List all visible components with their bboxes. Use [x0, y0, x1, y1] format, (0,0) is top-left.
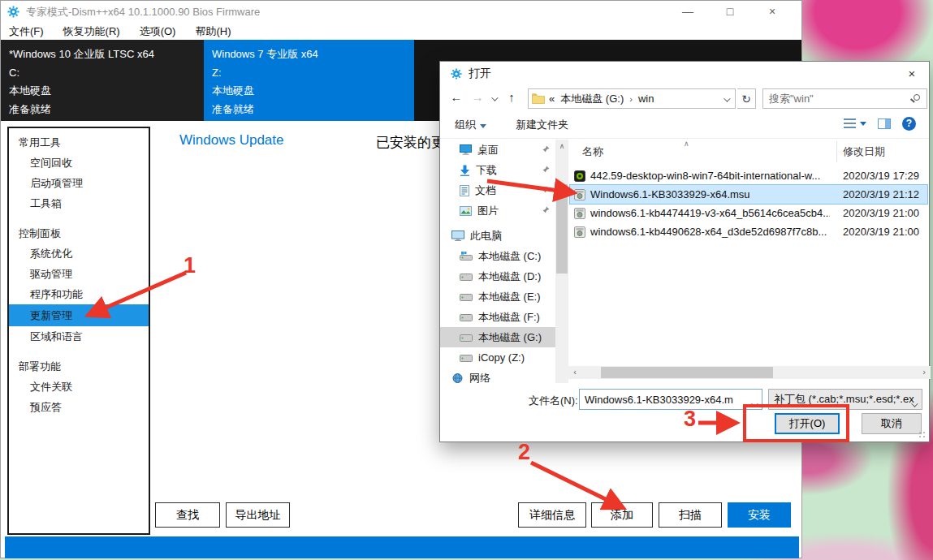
file-row-nvidia-driver[interactable]: 442.59-desktop-win8-win7-64bit-internati… — [570, 166, 927, 185]
sidebar-item-driver-manager[interactable]: 驱动管理 — [9, 264, 149, 284]
tree-item-pictures[interactable]: 图片 — [440, 200, 555, 221]
sidebar-item-space-recovery[interactable]: 空间回收 — [9, 153, 149, 173]
menu-recovery[interactable]: 恢复功能(R) — [63, 24, 120, 39]
document-icon — [460, 185, 469, 196]
tree-item-disk-c[interactable]: 本地磁盘 (C:) — [440, 246, 555, 266]
sidebar-item-region-language[interactable]: 区域和语言 — [9, 326, 149, 347]
tree-item-disk-e[interactable]: 本地磁盘 (E:) — [440, 286, 555, 307]
scroll-up-icon[interactable]: ∧ — [555, 140, 568, 153]
desktop-icon — [460, 144, 472, 155]
tree-item-desktop[interactable]: 桌面 — [440, 140, 555, 160]
folder-icon — [532, 93, 545, 104]
breadcrumb-disk-g[interactable]: 本地磁盘 (G:) — [560, 92, 624, 106]
tree-item-disk-f[interactable]: 本地磁盘 (F:) — [440, 307, 555, 327]
details-button[interactable]: 详细信息 — [518, 502, 586, 528]
file-row-kb3033929-selected[interactable]: Windows6.1-KB3033929-x64.msu 2020/3/19 2… — [570, 185, 927, 204]
sidebar-item-programs-features[interactable]: 程序和功能 — [9, 284, 149, 304]
msu-package-icon — [574, 208, 585, 219]
preview-pane-icon[interactable] — [878, 118, 891, 129]
disk-icon — [460, 252, 473, 261]
dialog-gear-icon — [451, 68, 462, 80]
add-button[interactable]: 添加 — [591, 502, 653, 528]
pin-icon — [542, 186, 551, 194]
file-row-kb4474419[interactable]: windows6.1-kb4474419-v3-x64_b5614c6cea5c… — [570, 204, 927, 222]
sidebar-item-update-manager-selected[interactable]: 更新管理 — [9, 304, 149, 326]
breadcrumb-separator: › — [629, 94, 633, 104]
tree-scrollbar[interactable]: ∧ — [555, 140, 568, 383]
breadcrumb-folder-win[interactable]: win — [638, 93, 654, 105]
scan-button[interactable]: 扫描 — [659, 502, 722, 528]
scrollbar-thumb[interactable] — [601, 367, 773, 378]
tab-windows7-selected[interactable]: Windows 7 专业版 x64 Z: 本地硬盘 准备就绪 — [204, 40, 414, 121]
tree-item-disk-g-selected[interactable]: 本地磁盘 (G:) — [440, 327, 555, 347]
tree-item-icopy-z[interactable]: iCopy (Z:) — [440, 347, 555, 368]
menu-options[interactable]: 选项(O) — [140, 24, 176, 39]
breadcrumb-prefix: « — [549, 93, 555, 105]
sidebar-item-system-optimize[interactable]: 系统优化 — [9, 243, 149, 264]
search-placeholder: 搜索"win" — [769, 92, 814, 106]
view-mode-button[interactable] — [844, 118, 866, 129]
cancel-button[interactable]: 取消 — [862, 413, 922, 434]
menu-help[interactable]: 帮助(H) — [195, 24, 231, 39]
export-address-button[interactable]: 导出地址 — [226, 502, 290, 528]
tree-item-this-pc[interactable]: 此电脑 — [440, 226, 555, 246]
minimize-icon[interactable]: — — [667, 1, 709, 23]
app-gear-icon — [7, 6, 19, 18]
disk-icon — [460, 292, 473, 301]
refresh-icon[interactable]: ↻ — [737, 88, 756, 109]
back-icon[interactable]: ← — [447, 87, 466, 108]
close-icon[interactable]: × — [751, 1, 793, 23]
resize-grip[interactable] — [918, 431, 927, 439]
network-icon — [451, 373, 464, 383]
search-input[interactable]: 搜索"win" — [762, 88, 927, 109]
sidebar-item-file-association[interactable]: 文件关联 — [9, 377, 149, 397]
filename-input[interactable]: Windows6.1-KB3033929-x64.m — [579, 389, 762, 410]
file-list: ∧ 名称 修改日期 442.59-desktop-win8-win7-64bit… — [568, 140, 930, 383]
dialog-close-icon[interactable]: × — [895, 62, 929, 86]
new-folder-button[interactable]: 新建文件夹 — [516, 118, 568, 132]
sidebar-item-startup-manager[interactable]: 启动项管理 — [9, 173, 149, 193]
find-button[interactable]: 查找 — [155, 502, 220, 528]
sidebar-nav: 常用工具 空间回收 启动项管理 工具箱 控制面板 系统优化 驱动管理 程序和功能… — [7, 127, 150, 535]
download-icon — [460, 165, 470, 176]
tree-item-documents[interactable]: 文档 — [440, 180, 555, 200]
pin-icon — [542, 206, 551, 214]
recent-locations-chevron-icon[interactable] — [487, 87, 500, 108]
annotation-highlight-rect — [743, 404, 849, 442]
scroll-right-icon[interactable]: › — [918, 366, 931, 379]
scroll-left-icon[interactable]: ‹ — [568, 366, 581, 379]
pin-icon — [542, 166, 551, 174]
sidebar-item-pre-answer[interactable]: 预应答 — [9, 397, 149, 417]
file-row-kb4490628[interactable]: windows6.1-kb4490628-x64_d3de52d6987f7c8… — [570, 222, 927, 241]
address-bar[interactable]: « 本地磁盘 (G:) › win — [528, 88, 736, 109]
horizontal-scrollbar[interactable]: ‹ › — [555, 366, 931, 379]
tab-windows10[interactable]: *Windows 10 企业版 LTSC x64 C: 本地硬盘 准备就绪 — [1, 40, 204, 121]
disk-icon — [460, 312, 473, 321]
desktop-background: 专家模式-Dism++x64 10.1.1000.90 Bios Firmwar… — [0, 0, 933, 560]
install-button[interactable]: 安装 — [728, 502, 791, 528]
filetype-dropdown-chevron-icon — [911, 398, 916, 410]
nvidia-installer-icon — [574, 170, 585, 182]
sidebar-item-toolbox[interactable]: 工具箱 — [9, 193, 149, 213]
organize-menu[interactable]: 组织 — [455, 118, 486, 132]
disk-icon — [460, 333, 473, 342]
pictures-icon — [460, 206, 472, 216]
up-icon[interactable]: ↑ — [502, 87, 521, 108]
column-date-modified[interactable]: 修改日期 — [843, 144, 885, 159]
folder-tree: 桌面 下载 文档 图片 此电脑 — [440, 140, 555, 383]
scrollbar-thumb[interactable] — [556, 184, 568, 274]
list-view-icon — [844, 118, 856, 129]
list-header: ∧ 名称 修改日期 — [568, 144, 930, 162]
forward-icon: → — [468, 87, 487, 108]
tree-item-disk-d[interactable]: 本地磁盘 (D:) — [440, 266, 555, 286]
sidebar-section-deploy: 部署功能 — [9, 356, 149, 377]
column-name[interactable]: 名称 — [582, 144, 603, 159]
menu-file[interactable]: 文件(F) — [9, 24, 44, 39]
disk-icon — [460, 353, 473, 362]
tree-item-network[interactable]: 网络 — [440, 368, 555, 383]
maximize-icon[interactable]: □ — [709, 1, 751, 23]
address-dropdown-chevron-icon[interactable] — [724, 93, 728, 105]
window-title: 专家模式-Dism++x64 10.1.1000.90 Bios Firmwar… — [26, 5, 260, 19]
help-icon[interactable]: ? — [902, 117, 916, 131]
tree-item-downloads[interactable]: 下载 — [440, 160, 555, 180]
